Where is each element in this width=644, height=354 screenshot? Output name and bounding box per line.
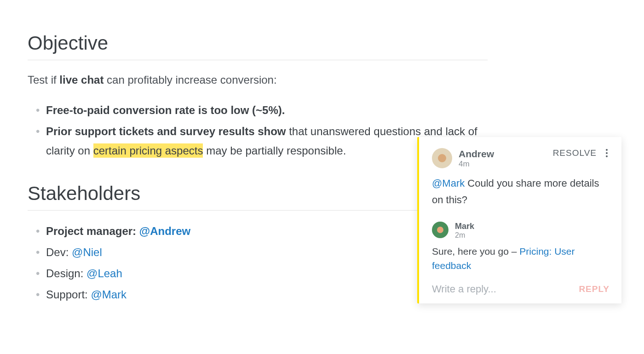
avatar[interactable] (432, 148, 452, 168)
role-label: Design: (46, 267, 83, 280)
resolve-button[interactable]: RESOLVE (553, 148, 597, 158)
text: Sure, here you go – (432, 246, 519, 257)
reply-input[interactable] (432, 283, 579, 295)
comment-time: 4m (459, 160, 553, 169)
comment-thread-card: Andrew 4m RESOLVE @Mark Could you share … (417, 137, 621, 303)
text-bold: Prior support tickets and survey results… (46, 125, 286, 137)
comment-reply: Mark 2m Sure, here you go – Pricing: Use… (432, 222, 610, 273)
reply-body: Sure, here you go – Pricing: User feedba… (432, 244, 610, 273)
comment-body: @Mark Could you share more details on th… (432, 175, 610, 209)
mention-mark[interactable]: @Mark (91, 288, 126, 301)
role-label: Dev: (46, 246, 69, 258)
text-bold: Free-to-paid conversion rate is too low … (46, 104, 285, 116)
more-options-icon[interactable] (604, 149, 610, 157)
role-label: Project manager: (46, 225, 136, 237)
reply-button[interactable]: REPLY (579, 284, 610, 294)
reply-time: 2m (455, 231, 610, 240)
list-item: Free-to-paid conversion rate is too low … (36, 101, 488, 120)
text: may be partially responsible. (203, 144, 346, 157)
mention-andrew[interactable]: @Andrew (139, 225, 190, 237)
role-label: Support: (46, 288, 88, 301)
text: Test if (28, 74, 59, 86)
avatar[interactable] (432, 222, 448, 238)
text-bold: live chat (59, 74, 104, 86)
comment-author: Andrew (459, 148, 553, 160)
mention-mark-inline[interactable]: @Mark (432, 177, 465, 189)
reply-author: Mark (455, 222, 610, 231)
objective-intro: Test if live chat can profitably increas… (28, 71, 488, 89)
mention-niel[interactable]: @Niel (72, 246, 102, 258)
mention-leah[interactable]: @Leah (86, 267, 122, 280)
text: can profitably increase conversion: (104, 74, 276, 86)
objective-heading: Objective (28, 32, 488, 60)
highlighted-text[interactable]: certain pricing aspects (93, 143, 203, 158)
